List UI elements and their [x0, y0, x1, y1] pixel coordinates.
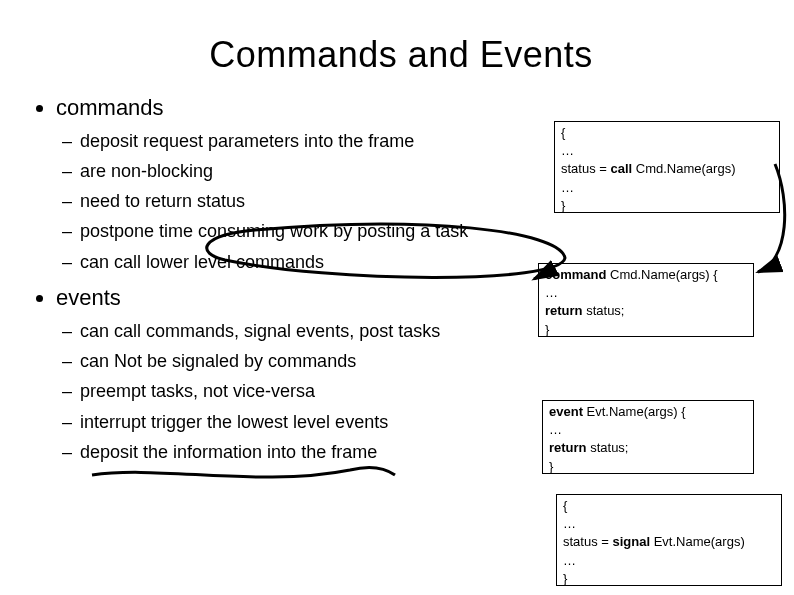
code-line: event Evt.Name(args) {	[549, 403, 747, 421]
code-signal-event: { … status = signal Evt.Name(args) … }	[556, 494, 782, 586]
code-line: }	[563, 570, 775, 588]
code-text: status =	[561, 161, 611, 176]
code-line: status = call Cmd.Name(args)	[561, 160, 773, 178]
code-text: Evt.Name(args)	[650, 534, 745, 549]
list-item: can call commands, signal events, post t…	[80, 319, 500, 343]
code-keyword: return	[549, 440, 587, 455]
list-item-text: can call commands, signal events, post t…	[80, 321, 440, 341]
list-item: preempt tasks, not vice-versa	[80, 379, 500, 403]
list-item-text: can call lower level commands	[80, 252, 324, 272]
code-event-def: event Evt.Name(args) { … return status; …	[542, 400, 754, 474]
list-item: interrupt trigger the lowest level event…	[80, 410, 500, 434]
code-line: command Cmd.Name(args) {	[545, 266, 747, 284]
list-item: postpone time consuming work by posting …	[80, 219, 500, 243]
code-line: status = signal Evt.Name(args)	[563, 533, 775, 551]
list-item-text: interrupt trigger the lowest level event…	[80, 412, 388, 432]
list-item: deposit the information into the frame	[80, 440, 500, 464]
code-line: return status;	[545, 302, 747, 320]
list-item: can call lower level commands	[80, 250, 500, 274]
code-line: …	[561, 142, 773, 160]
code-keyword: command	[545, 267, 606, 282]
code-line: }	[549, 458, 747, 476]
code-line: …	[563, 552, 775, 570]
code-text: status;	[583, 303, 625, 318]
bullet-label: events	[56, 285, 121, 310]
list-item: need to return status	[80, 189, 500, 213]
code-text: Cmd.Name(args)	[632, 161, 735, 176]
code-keyword: call	[611, 161, 633, 176]
code-line: …	[549, 421, 747, 439]
underline-cannot-signal	[92, 468, 395, 478]
bullet-label: commands	[56, 95, 164, 120]
list-item-text: need to return status	[80, 191, 245, 211]
code-text: Evt.Name(args) {	[583, 404, 686, 419]
code-line: …	[561, 179, 773, 197]
code-command-def: command Cmd.Name(args) { … return status…	[538, 263, 754, 337]
code-line: {	[563, 497, 775, 515]
code-line: }	[545, 321, 747, 339]
list-item-text: can Not be signaled by commands	[80, 351, 356, 371]
list-item-text: are non-blocking	[80, 161, 213, 181]
code-text: status =	[563, 534, 613, 549]
list-item-text: deposit the information into the frame	[80, 442, 377, 462]
code-keyword: event	[549, 404, 583, 419]
code-line: …	[545, 284, 747, 302]
code-text: status;	[587, 440, 629, 455]
code-text: Cmd.Name(args) {	[606, 267, 717, 282]
slide: Commands and Events commands deposit req…	[0, 0, 794, 595]
code-line: return status;	[549, 439, 747, 457]
code-line: }	[561, 197, 773, 215]
list-item: can Not be signaled by commands	[80, 349, 500, 373]
slide-title: Commands and Events	[36, 34, 766, 76]
list-item-text: preempt tasks, not vice-versa	[80, 381, 315, 401]
code-line: …	[563, 515, 775, 533]
list-item-text: deposit request parameters into the fram…	[80, 131, 414, 151]
list-item: are non-blocking	[80, 159, 500, 183]
code-keyword: return	[545, 303, 583, 318]
code-keyword: signal	[613, 534, 651, 549]
code-call-command: { … status = call Cmd.Name(args) … }	[554, 121, 780, 213]
code-line: {	[561, 124, 773, 142]
list-item: deposit request parameters into the fram…	[80, 129, 500, 153]
list-item-text: postpone time consuming work by posting …	[80, 221, 468, 241]
